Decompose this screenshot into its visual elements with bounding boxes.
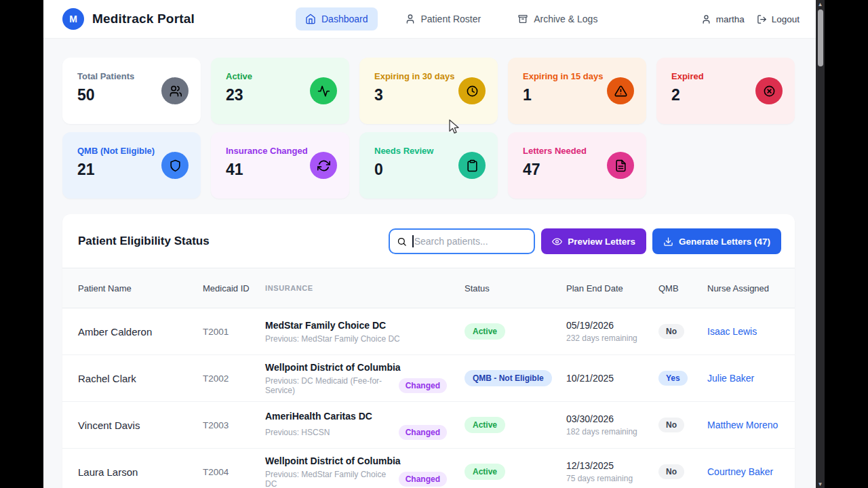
plan-end-date: 10/21/2025 [566, 373, 658, 384]
days-remaining: 75 days remaining [566, 474, 658, 483]
logout-icon [757, 14, 767, 24]
app-logo: M [62, 8, 84, 30]
medicaid-id: T2004 [203, 467, 265, 477]
search-box[interactable] [389, 228, 535, 254]
nurse-link[interactable]: Julie Baker [707, 373, 754, 384]
nav-item[interactable]: Archive & Logs [508, 7, 607, 30]
status-cell: Active [465, 464, 566, 480]
previous-insurance: Previous: DC Medicaid (Fee-for-Service) [265, 376, 399, 395]
col-plan-end-date: Plan End Date [566, 283, 658, 293]
nav-item[interactable]: Patient Roster [395, 7, 491, 30]
section-controls: Preview Letters Generate Letters (47) [389, 228, 781, 254]
nav-icon [517, 14, 528, 24]
stat-icon [614, 159, 627, 172]
search-input[interactable] [414, 236, 529, 247]
status-cell: Active [465, 323, 566, 340]
stat-card: QMB (Not Eligible) 21 [62, 132, 201, 199]
changed-badge: Changed [399, 472, 447, 487]
plan-end-date: 12/13/2025 [566, 460, 658, 471]
user-menu[interactable]: martha [701, 14, 745, 24]
table-row[interactable]: Laura Larson T2004 Wellpoint District of… [62, 449, 795, 488]
stat-icon [763, 85, 776, 98]
logout-label: Logout [772, 14, 800, 24]
qmb-pill: Yes [658, 371, 688, 386]
stat-icon-circle [458, 77, 486, 104]
stat-icon [169, 85, 182, 98]
stats-row-2: QMB (Not Eligible) 21 Insurance Changed … [62, 132, 795, 199]
insurance-sub: Previous: MedStar Family Choice DC [265, 334, 447, 344]
changed-badge: Changed [399, 425, 447, 440]
nav-item-label: Dashboard [321, 14, 368, 24]
stat-icon-circle [458, 152, 486, 179]
qmb-cell: No [658, 418, 707, 432]
nurse-link[interactable]: Courtney Baker [707, 466, 773, 477]
stats-row-1: Total Patients 50 Active 23 Expiring in … [62, 58, 795, 124]
stat-card: Expiring in 30 days 3 [359, 58, 498, 124]
username: martha [716, 14, 745, 24]
qmb-pill: No [658, 324, 684, 339]
previous-insurance: Previous: MedStar Family Choice DC [265, 334, 400, 344]
insurance-name: Wellpoint District of Columbia [265, 455, 447, 466]
plan-end-date-cell: 03/30/2026 182 days remaining [566, 413, 658, 436]
stat-card: Total Patients 50 [62, 58, 201, 124]
table-row[interactable]: Amber Calderon T2001 MedStar Family Choi… [62, 308, 795, 355]
col-insurance: INSURANCE [265, 284, 465, 292]
status-cell: Active [465, 417, 566, 433]
generate-letters-button[interactable]: Generate Letters (47) [652, 228, 781, 254]
preview-letters-button[interactable]: Preview Letters [541, 228, 646, 254]
stat-icon-circle [161, 152, 189, 179]
stat-icon [317, 85, 330, 98]
patient-eligibility-section: Patient Eligibility Status Preview Lette… [62, 214, 795, 488]
nurse-link[interactable]: Matthew Moreno [707, 420, 778, 430]
stat-icon-circle [607, 77, 634, 104]
stat-icon [317, 159, 330, 172]
stat-icon-circle [310, 77, 337, 104]
status-badge: Active [465, 464, 505, 480]
app-title: Meditrack Portal [92, 12, 195, 26]
col-nurse-assigned: Nurse Assigned [707, 283, 795, 293]
changed-badge: Changed [399, 378, 447, 393]
stat-icon-circle [607, 152, 634, 179]
col-patient-name: Patient Name [78, 283, 203, 293]
table-row[interactable]: Vincent Davis T2003 AmeriHealth Caritas … [62, 402, 795, 449]
app-window: M Meditrack Portal Dashboard Patient Ros… [43, 0, 816, 488]
qmb-pill: No [658, 418, 684, 432]
stat-icon [466, 159, 479, 172]
main-nav: Dashboard Patient Roster Archive & Logs [296, 7, 607, 30]
search-icon [397, 237, 407, 247]
nav-icon [305, 14, 316, 24]
insurance-cell: Wellpoint District of Columbia Previous:… [265, 362, 465, 395]
stat-card: Insurance Changed 41 [211, 132, 349, 199]
insurance-sub: Previous: DC Medicaid (Fee-for-Service) … [265, 376, 447, 395]
table-body: Amber Calderon T2001 MedStar Family Choi… [62, 308, 795, 488]
col-medicaid-id: Medicaid ID [203, 283, 265, 293]
medicaid-id: T2002 [203, 373, 265, 384]
main-content: Total Patients 50 Active 23 Expiring in … [43, 39, 816, 488]
previous-insurance: Previous: HSCSN [265, 428, 330, 437]
stat-card: Needs Review 0 [359, 132, 498, 199]
insurance-cell: MedStar Family Choice DC Previous: MedSt… [265, 320, 465, 344]
preview-letters-label: Preview Letters [568, 237, 635, 247]
user-icon [701, 14, 711, 24]
scrollbar-down-arrow[interactable]: ▼ [816, 480, 825, 488]
stat-icon-circle [310, 152, 337, 179]
col-qmb: QMB [658, 283, 707, 293]
nurse-link[interactable]: Isaac Lewis [707, 326, 757, 337]
stat-icon-circle [755, 77, 783, 104]
medicaid-id: T2001 [203, 327, 265, 337]
stat-icon [169, 159, 182, 172]
vertical-scrollbar[interactable]: ▲ ▼ [816, 0, 825, 488]
previous-insurance: Previous: MedStar Family Choice DC [265, 470, 399, 488]
header-right: martha Logout [701, 14, 800, 24]
col-status: Status [465, 283, 566, 293]
stat-card: Expiring in 15 days 1 [508, 58, 646, 124]
scrollbar-up-arrow[interactable]: ▲ [816, 0, 825, 8]
scrollbar-thumb[interactable] [818, 9, 823, 66]
eye-icon [552, 237, 562, 247]
patient-name: Vincent Davis [78, 420, 203, 431]
qmb-cell: Yes [658, 371, 707, 386]
table-row[interactable]: Rachel Clark T2002 Wellpoint District of… [62, 355, 795, 402]
logout-button[interactable]: Logout [757, 14, 800, 24]
nav-item[interactable]: Dashboard [296, 7, 378, 30]
table-header-row: Patient Name Medicaid ID INSURANCE Statu… [62, 268, 795, 308]
